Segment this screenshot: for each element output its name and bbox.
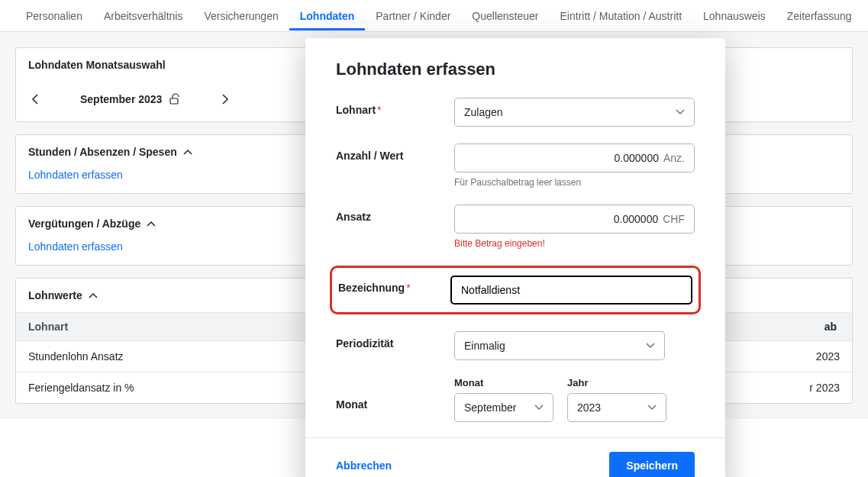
select-lohnart-value: Zulagen (464, 106, 503, 118)
table-col-lohnart: Lohnart (28, 321, 68, 333)
section-verguetungen-title: Vergütungen / Abzüge (28, 218, 140, 230)
input-anzahl-unit: Anz. (663, 152, 685, 164)
select-jahr-value: 2023 (577, 401, 601, 414)
select-monat-value: September (464, 401, 516, 414)
chevron-left-icon (31, 93, 39, 105)
hint-anzahl: Für Pauschalbetrag leer lassen (454, 177, 695, 188)
current-month-label: September 2023 (80, 93, 162, 105)
input-bezeichnung[interactable] (450, 276, 692, 305)
chevron-up-icon (183, 149, 192, 155)
link-lohndaten-erfassen-2[interactable]: Lohndaten erfassen (28, 240, 123, 253)
row-right: 2023 (816, 350, 840, 363)
select-lohnart[interactable]: Zulagen (454, 98, 695, 127)
label-periodizitaet: Periodizität (336, 331, 454, 350)
modal-lohndaten-erfassen: Lohndaten erfassen Lohnart* Zulagen Anza… (305, 38, 725, 477)
label-anzahl: Anzahl / Wert (336, 143, 454, 162)
section-stunden-title: Stunden / Absenzen / Spesen (28, 146, 177, 158)
row-name: Stundenlohn Ansatz (28, 350, 124, 363)
chevron-down-icon (676, 109, 685, 115)
cancel-button[interactable]: Abbrechen (336, 459, 392, 472)
select-periodizitaet[interactable]: Einmalig (454, 331, 665, 360)
input-anzahl-value: 0.000000 (615, 152, 659, 164)
input-anzahl[interactable]: 0.000000 Anz. (454, 143, 695, 172)
sublabel-jahr: Jahr (567, 377, 666, 388)
row-right: r 2023 (809, 382, 840, 394)
chevron-up-icon (147, 221, 156, 227)
tab-eintritt-mutation-austritt[interactable]: Eintritt / Mutation / Austritt (550, 2, 693, 30)
label-bezeichnung: Bezeichnung* (332, 276, 450, 294)
select-periodizitaet-value: Einmalig (464, 340, 505, 352)
tabs-bar: Personalien Arbeitsverhältnis Versicheru… (0, 0, 868, 32)
next-month-button[interactable] (218, 92, 232, 106)
chevron-down-icon (647, 404, 657, 411)
select-jahr[interactable]: 2023 (567, 393, 666, 422)
input-ansatz-unit: CHF (663, 213, 685, 225)
label-lohnart: Lohnart* (336, 98, 454, 116)
svg-rect-0 (170, 98, 178, 104)
chevron-down-icon (646, 343, 655, 349)
input-ansatz[interactable]: 0.000000 CHF (454, 205, 695, 234)
prev-month-button[interactable] (28, 92, 42, 106)
tab-versicherungen[interactable]: Versicherungen (193, 2, 289, 30)
unlock-icon (168, 93, 180, 105)
input-ansatz-value: 0.000000 (614, 213, 658, 225)
label-monat: Monat (336, 377, 454, 411)
chevron-up-icon (89, 292, 98, 298)
save-button[interactable]: Speichern (609, 452, 695, 477)
tab-arbeitsverhaeltnis[interactable]: Arbeitsverhältnis (93, 2, 194, 30)
tab-lohnausweis[interactable]: Lohnausweis (692, 2, 776, 30)
tab-lohndaten[interactable]: Lohndaten (289, 2, 366, 31)
tab-personalien[interactable]: Personalien (15, 2, 93, 30)
table-col-ab: ab (824, 321, 837, 333)
row-name: Feriengeldansatz in % (28, 382, 134, 394)
link-lohndaten-erfassen-1[interactable]: Lohndaten erfassen (28, 169, 123, 181)
section-lohnwerte-title: Lohnwerte (28, 289, 82, 301)
chevron-right-icon (221, 93, 229, 105)
modal-title: Lohndaten erfassen (336, 60, 695, 79)
sublabel-monat: Monat (454, 377, 553, 388)
tab-quellensteuer[interactable]: Quellensteuer (461, 2, 549, 30)
hint-ansatz: Bitte Betrag eingeben! (454, 238, 695, 249)
tab-zeiterfassung[interactable]: Zeiterfassung (776, 2, 863, 30)
select-monat[interactable]: September (454, 393, 553, 422)
chevron-down-icon (534, 404, 544, 411)
label-ansatz: Ansatz (336, 205, 454, 223)
tab-partner-kinder[interactable]: Partner / Kinder (365, 2, 461, 30)
